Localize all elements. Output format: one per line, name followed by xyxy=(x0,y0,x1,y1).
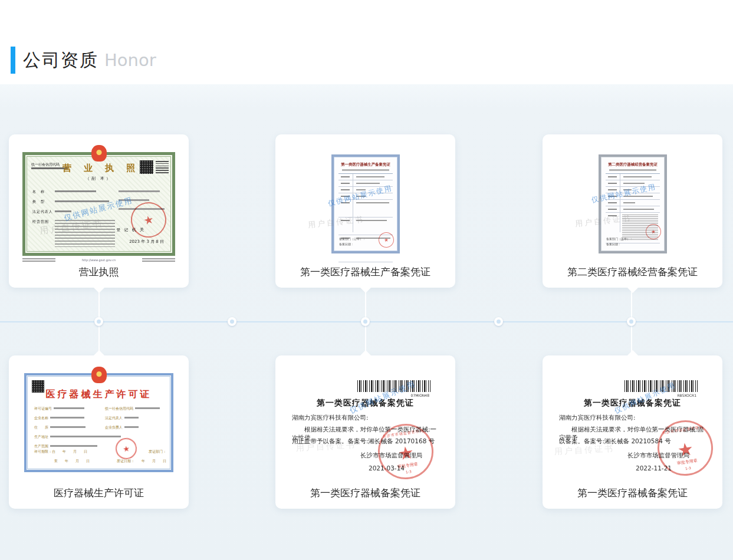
document-addressee: 湖南力宾医疗科技有限公司: xyxy=(292,414,369,422)
filing-date-label: 备案日期： xyxy=(339,242,354,246)
certificate-title: 第一类医疗器械生产备案凭证 xyxy=(336,162,395,167)
timeline-dot xyxy=(228,317,236,326)
portrait-certificate-thumbnail: 第二类医疗器械经营备案凭证 备案部门（盖章）： 备案日期： ★ xyxy=(599,154,667,253)
production-license-title: 医疗器械生产许可证 xyxy=(27,388,171,401)
section-title-zh: 公司资质 xyxy=(23,48,98,73)
timeline-dot xyxy=(94,317,103,326)
company-honor-page: 公司资质 Honor ★ 统一社会信用代码 营 业 执 照 （副 本） 名 称 … xyxy=(0,0,733,560)
certificate-card-class1-filing-b[interactable]: RBSXOCR1 第一类医疗器械备案凭证 湖南力宾医疗科技有限公司: 根据相关法… xyxy=(543,355,722,509)
certificate-card-business-license[interactable]: ★ 统一社会信用代码 营 业 执 照 （副 本） 名 称 类 型 法定代表人 经… xyxy=(9,134,189,288)
section-header: 公司资质 Honor xyxy=(11,47,156,74)
qr-code-icon xyxy=(140,160,153,174)
business-license-thumbnail: ★ 统一社会信用代码 营 业 执 照 （副 本） 名 称 类 型 法定代表人 经… xyxy=(22,152,175,256)
document-addressee: 湖南力宾医疗科技有限公司: xyxy=(559,414,636,422)
national-emblem-icon: ★ xyxy=(91,367,107,383)
filing-dept-label: 备案部门（盖章）： xyxy=(606,237,633,241)
card-label: 第一类医疗器械生产备案凭证 xyxy=(275,265,455,279)
gsxt-url: http://www.gsxt.gov.cn xyxy=(82,258,116,262)
accent-bar xyxy=(11,47,15,74)
timeline-dot xyxy=(361,317,370,326)
card-notch xyxy=(93,287,105,293)
timeline-dot xyxy=(627,317,636,326)
star-icon: ★ xyxy=(397,443,415,463)
license-date: 2023 年 3 月 8 日 xyxy=(129,239,164,245)
barcode-text: RBSXOCR1 xyxy=(677,393,696,397)
card-notch xyxy=(627,350,639,356)
barcode-text: 07MION48 xyxy=(411,393,429,397)
barcode-icon xyxy=(357,380,430,392)
filing-dept-label: 备案部门（公章）： xyxy=(339,237,366,241)
certificate-card-production-license[interactable]: ★ 医疗器械生产许可证 许可证编号 统一社会信用代码 企业名称 法定代表人 住 … xyxy=(9,355,189,509)
document-title: 第一类医疗器械备案凭证 xyxy=(543,398,722,409)
license-footnote: http://www.gsxt.gov.cn xyxy=(22,258,175,263)
filing-date-label: 备案日期： xyxy=(606,242,621,246)
license-fields: 名 称 类 型 法定代表人 经营范围 xyxy=(32,189,115,252)
card-label: 第一类医疗器械备案凭证 xyxy=(275,486,455,500)
card-label: 医疗器械生产许可证 xyxy=(9,486,189,500)
qr-code-icon xyxy=(32,380,44,393)
qr-side-text-placeholder xyxy=(156,161,169,174)
certificate-card-class2-operation-filing[interactable]: 第二类医疗器械经营备案凭证 备案部门（盖章）： 备案日期： ★ 仅供网站展示使用… xyxy=(543,134,722,288)
card-notch xyxy=(360,350,372,356)
section-title-en: Honor xyxy=(104,50,156,70)
production-license-thumbnail: ★ 医疗器械生产许可证 许可证编号 统一社会信用代码 企业名称 法定代表人 住 … xyxy=(24,373,173,472)
document-title: 第一类医疗器械备案凭证 xyxy=(275,398,455,409)
barcode-icon xyxy=(624,380,698,392)
certificate-title: 第二类医疗器械经营备案凭证 xyxy=(603,162,662,167)
timeline-dot xyxy=(494,317,503,326)
card-label: 第一类医疗器械备案凭证 xyxy=(543,486,722,500)
star-icon: ★ xyxy=(676,440,695,459)
certificate-table xyxy=(338,173,393,232)
certificate-subline-placeholder xyxy=(342,169,389,171)
certificate-card-class1-production-filing[interactable]: 第一类医疗器械生产备案凭证 备案部门（公章）： 备案日期： ★ 仅供网站展示使用… xyxy=(275,134,455,288)
card-label: 营业执照 xyxy=(9,265,189,279)
card-notch xyxy=(627,287,639,293)
certificate-subline-placeholder xyxy=(609,169,656,171)
card-notch xyxy=(93,350,105,356)
card-label: 第二类医疗器械经营备案凭证 xyxy=(543,265,722,279)
portrait-certificate-thumbnail: 第一类医疗器械生产备案凭证 备案部门（公章）： 备案日期： ★ xyxy=(331,154,400,253)
certificate-card-class1-filing-a[interactable]: 07MION48 第一类医疗器械备案凭证 湖南力宾医疗科技有限公司: 根据相关法… xyxy=(275,355,455,509)
license-term-block: 许可期限：自 年 月 日发证部门： 至 年 月 日发证日期： 年 月 日 xyxy=(34,445,166,464)
certificate-table xyxy=(606,173,660,232)
card-notch xyxy=(360,287,372,293)
national-emblem-icon: ★ xyxy=(91,145,107,162)
business-license-subtitle: （副 本） xyxy=(25,176,172,182)
